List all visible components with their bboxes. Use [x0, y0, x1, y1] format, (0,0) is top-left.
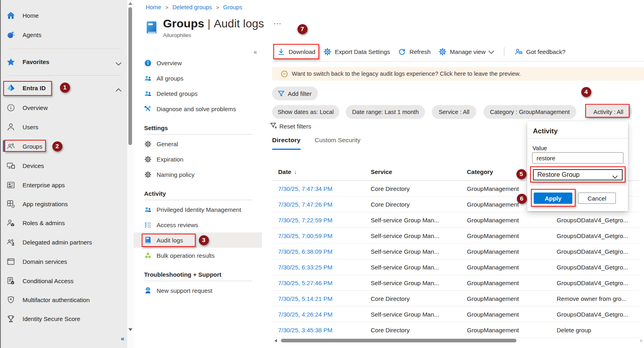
menu-item-new-support-request[interactable]: New support request: [134, 283, 262, 298]
breadcrumb-link[interactable]: Groups: [223, 4, 242, 10]
menu-item-access-reviews[interactable]: Access reviews: [134, 217, 262, 232]
sidebar-item-groups[interactable]: Groups: [1, 137, 128, 156]
filter-pill-category[interactable]: Category : GroupManagement: [483, 105, 576, 119]
book-icon: [144, 237, 151, 244]
horizontal-scrollbar[interactable]: [272, 338, 644, 344]
preview-banner[interactable]: Want to switch back to the legacy audit …: [272, 67, 644, 81]
menu-item-label: Access reviews: [157, 222, 198, 228]
date-link[interactable]: 7/30/25, 7:47:34 PM: [278, 181, 367, 197]
add-filter-button[interactable]: Add filter: [272, 87, 318, 100]
menu-item-privileged-identity-management[interactable]: Privileged Identity Management: [134, 202, 262, 217]
manage-view-button[interactable]: Manage view: [435, 44, 498, 60]
sidebar-item-label: Enterprise apps: [23, 182, 65, 188]
breadcrumb-link[interactable]: Home: [146, 4, 161, 10]
menu-item-general[interactable]: General: [134, 136, 262, 151]
scroll-right-arrow-icon[interactable]: [640, 339, 643, 342]
toolbar-separator: [504, 47, 504, 56]
feedback-icon: [515, 48, 522, 56]
menu-item-all-groups[interactable]: All groups: [134, 70, 262, 86]
filter-pill-activity[interactable]: Activity : All: [585, 105, 632, 119]
date-link[interactable]: 7/30/25, 5:27:46 PM: [278, 275, 367, 291]
menu-item-audit-logs[interactable]: Audit logs: [134, 232, 262, 248]
sidebar-item-enterprise-apps[interactable]: Enterprise apps: [1, 175, 128, 195]
sidebar-item-domain-services[interactable]: Domain services: [1, 252, 128, 271]
sidebar-item-label: Roles & admins: [23, 220, 65, 226]
reset-filters-button[interactable]: Reset filters: [270, 122, 311, 130]
date-link[interactable]: 7/30/25, 6:33:25 PM: [278, 259, 367, 275]
sidebar-item-home[interactable]: Home: [1, 6, 128, 25]
tab-directory[interactable]: Directory: [272, 137, 301, 150]
scrollbar-thumb[interactable]: [281, 339, 516, 342]
row-divider: [272, 338, 639, 338]
filter-pill-show-dates-as[interactable]: Show dates as: Local: [272, 105, 339, 119]
apply-button[interactable]: Apply: [534, 193, 572, 204]
sidebar-item-users[interactable]: Users: [1, 117, 128, 137]
divider: [527, 138, 628, 139]
date-link[interactable]: 7/30/25, 3:45:38 PM: [278, 322, 367, 338]
menu-item-expiration[interactable]: Expiration: [134, 151, 262, 167]
breadcrumb-link[interactable]: Deleted groups: [172, 4, 212, 10]
date-link[interactable]: 7/30/25, 7:47:26 PM: [278, 197, 367, 212]
left-nav-scrollbar[interactable]: [127, 0, 134, 348]
menu-section-header: Settings: [144, 124, 168, 131]
agents-icon: [7, 31, 15, 39]
menu-item-label: Privileged Identity Management: [157, 206, 241, 213]
menu-item-naming-policy[interactable]: Naming policy: [134, 167, 262, 182]
activity-cell: GroupsODataV4_Getgro...: [557, 244, 637, 259]
date-link[interactable]: 7/30/25, 6:38:09 PM: [278, 244, 367, 259]
service-cell: Self-service Group Man...: [371, 259, 463, 275]
sidebar-item-roles-admins[interactable]: Roles & admins: [1, 213, 128, 232]
sidebar-item-delegated-admin-partners[interactable]: Delegated admin partners: [1, 232, 128, 252]
filter-pill-service[interactable]: Service : All: [432, 105, 476, 119]
category-cell: GroupManagement: [467, 259, 553, 275]
activity-dropdown[interactable]: Restore Group: [533, 169, 623, 180]
scroll-down-arrow-icon[interactable]: [128, 328, 132, 331]
column-header-category[interactable]: Category: [467, 163, 493, 180]
cancel-button[interactable]: Cancel: [578, 193, 616, 204]
column-header-date[interactable]: Date↓: [278, 163, 297, 180]
sidebar-item-label: Groups: [23, 143, 42, 150]
chevron-down-icon: [488, 48, 494, 55]
sidebar-item-multifactor-authentication[interactable]: Multifactor authentication: [1, 290, 128, 309]
sidebar-item-overview[interactable]: Overview: [1, 98, 128, 117]
export-data-settings-button[interactable]: Export Data Settings: [320, 44, 394, 60]
sidebar-item-app-registrations[interactable]: App registrations: [1, 194, 128, 213]
refresh-button[interactable]: Refresh: [394, 44, 435, 60]
value-input[interactable]: [532, 152, 623, 164]
toolbar-button-label: Export Data Settings: [335, 48, 390, 55]
scroll-left-arrow-icon[interactable]: [275, 339, 277, 342]
download-button[interactable]: Download: [273, 44, 320, 60]
sidebar-item-devices[interactable]: Devices: [1, 156, 128, 175]
table-row: 7/30/25, 5:14:21 PMCore DirectoryGroupMa…: [272, 291, 639, 307]
scrollbar-thumb[interactable]: [128, 7, 132, 145]
sidebar-collapse-button[interactable]: «: [121, 335, 124, 342]
tab-label: Directory: [272, 137, 301, 143]
filter-pill-date-range[interactable]: Date range: Last 1 month: [346, 105, 425, 119]
sidebar-item-conditional-access[interactable]: Conditional Access: [1, 271, 128, 290]
sidebar-item-agents[interactable]: Agents: [1, 25, 128, 44]
date-link[interactable]: 7/30/25, 7:00:59 PM: [278, 228, 367, 244]
service-cell: Core Directory: [371, 291, 463, 307]
command-bar: DownloadExport Data SettingsRefreshManag…: [273, 44, 570, 60]
activity-cell: GroupsODataV4_Getgro...: [557, 212, 637, 228]
menu-item-diagnose-and-solve-problems[interactable]: Diagnose and solve problems: [134, 101, 262, 116]
menu-item-bulk-operation-results[interactable]: Bulk operation results: [134, 248, 262, 263]
sidebar-item-label: Delegated admin partners: [23, 239, 92, 246]
date-link[interactable]: 7/30/25, 4:26:24 PM: [278, 307, 367, 322]
menu-item-overview[interactable]: Overview: [134, 55, 262, 70]
enterprise-apps-icon: [7, 181, 15, 189]
date-link[interactable]: 7/30/25, 5:14:21 PM: [278, 291, 367, 307]
sidebar-item-identity-secure-score[interactable]: Identity Secure Score: [1, 309, 128, 328]
support-person-icon: [144, 287, 151, 294]
got-feedback--button[interactable]: Got feedback?: [511, 44, 570, 60]
tab-custom-security[interactable]: Custom Security: [315, 137, 361, 150]
menu-collapse-button[interactable]: «: [254, 48, 257, 55]
menu-item-deleted-groups[interactable]: Deleted groups: [134, 86, 262, 101]
people-duo-icon: [144, 90, 151, 97]
sidebar-item-favorites[interactable]: Favorites: [1, 52, 128, 71]
column-header-service[interactable]: Service: [371, 163, 392, 180]
scroll-up-arrow-icon[interactable]: [128, 2, 132, 5]
shield-icon: [7, 296, 15, 304]
sidebar-item-label: Devices: [23, 162, 44, 169]
date-link[interactable]: 7/30/25, 7:22:59 PM: [278, 212, 367, 228]
